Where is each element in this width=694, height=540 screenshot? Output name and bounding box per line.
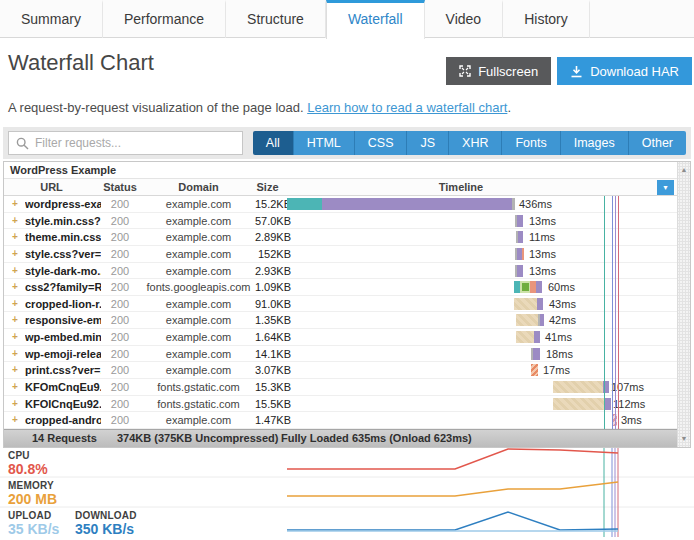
request-rows: +wordpress-exa...200example.com15.2KB436… <box>4 196 690 429</box>
column-status[interactable]: Status <box>99 179 141 195</box>
request-duration-label: 42ms <box>549 314 576 326</box>
tab-structure[interactable]: Structure <box>226 0 326 38</box>
request-timeline: 42ms <box>287 312 679 328</box>
expand-icon[interactable]: + <box>12 215 18 227</box>
request-timeline: 13ms <box>287 213 679 229</box>
request-row[interactable]: +wp-embed.min...200example.com1.64KB41ms <box>4 329 690 346</box>
expand-icon[interactable]: + <box>12 231 18 243</box>
filter-css-button[interactable]: CSS <box>355 131 408 155</box>
expand-icon[interactable]: + <box>12 331 18 343</box>
request-status: 200 <box>99 364 141 376</box>
expand-icon[interactable]: + <box>12 414 18 426</box>
request-row[interactable]: +KFOmCnqEu9...200fonts.gstatic.com15.3KB… <box>4 379 690 396</box>
expand-icon[interactable]: + <box>12 281 18 293</box>
request-url: style-dark-mo... <box>25 265 101 277</box>
column-size[interactable]: Size <box>244 179 291 195</box>
request-size: 15.3KB <box>226 381 291 393</box>
request-duration-label: 11ms <box>529 231 555 243</box>
filter-searchbox <box>8 131 243 155</box>
request-row[interactable]: +style-dark-mo...200example.com2.93KB13m… <box>4 263 690 280</box>
waterfall-column-header: URL Status Domain Size Timeline ▼ <box>4 179 690 196</box>
timeline-options-dropdown[interactable]: ▼ <box>657 180 674 195</box>
vertical-scrollbar[interactable]: ▲ ▼ <box>677 162 690 447</box>
waterfall-help-link[interactable]: Learn how to read a waterfall chart <box>307 100 507 115</box>
description-text: A request-by-request visualization of th… <box>8 100 304 115</box>
request-duration-label: 18ms <box>546 348 573 360</box>
expand-icon[interactable]: + <box>12 364 18 376</box>
request-row[interactable]: +style.min.css?...200example.com57.0KB13… <box>4 213 690 230</box>
scroll-down-icon[interactable]: ▼ <box>678 432 690 445</box>
timing-segment <box>517 265 523 277</box>
tab-history[interactable]: History <box>503 0 590 38</box>
request-duration-label: 436ms <box>519 198 552 210</box>
request-row[interactable]: +cropped-andro...200example.com1.47KB3ms <box>4 412 690 429</box>
timing-segment <box>540 314 544 326</box>
request-row[interactable]: +print.css?ver=...200example.com3.07KB17… <box>4 362 690 379</box>
graph-line-cpu <box>287 449 618 469</box>
request-timeline: 436ms <box>287 196 679 212</box>
timing-segment <box>537 298 543 310</box>
description-period: . <box>507 100 511 115</box>
request-timeline: 43ms <box>287 296 679 312</box>
request-status: 200 <box>99 314 141 326</box>
timing-segment <box>533 348 540 360</box>
report-tabbar: Summary Performance Structure Waterfall … <box>0 0 694 38</box>
filter-xhr-button[interactable]: XHR <box>449 131 502 155</box>
timing-segment <box>553 398 605 410</box>
request-url: KFOlCnqEu92... <box>25 398 101 410</box>
request-row[interactable]: +cropped-lion-r...200example.com91.0KB43… <box>4 296 690 313</box>
tab-waterfall[interactable]: Waterfall <box>326 0 425 39</box>
expand-icon[interactable]: + <box>12 348 18 360</box>
filter-images-button[interactable]: Images <box>561 131 629 155</box>
tab-video[interactable]: Video <box>425 0 504 38</box>
expand-icon[interactable]: + <box>12 248 18 260</box>
timing-segment <box>522 248 524 260</box>
filter-html-button[interactable]: HTML <box>294 131 355 155</box>
request-url: print.css?ver=... <box>25 364 101 376</box>
download-value: 350 KB/s <box>75 521 134 537</box>
request-size: 3.07KB <box>226 364 291 376</box>
expand-icon[interactable]: + <box>12 265 18 277</box>
request-status: 200 <box>99 231 141 243</box>
filter-toolbar: All HTML CSS JS XHR Fonts Images Other <box>3 127 691 159</box>
request-status: 200 <box>99 381 141 393</box>
request-size: 1.09KB <box>226 281 291 293</box>
request-timeline: 3ms <box>287 412 679 428</box>
request-row[interactable]: +css2?family=R...200fonts.googleapis.com… <box>4 279 690 296</box>
page-section-title: WordPress Example <box>4 162 690 179</box>
request-row[interactable]: +theme.min.css...200example.com2.89KB11m… <box>4 229 690 246</box>
scroll-up-icon[interactable]: ▲ <box>678 163 690 176</box>
filter-js-button[interactable]: JS <box>407 131 449 155</box>
expand-icon[interactable]: + <box>12 314 18 326</box>
request-status: 200 <box>99 298 141 310</box>
filter-all-button[interactable]: All <box>253 131 294 155</box>
request-row[interactable]: +KFOlCnqEu92...200fonts.gstatic.com15.5K… <box>4 396 690 413</box>
expand-icon[interactable]: + <box>12 398 18 410</box>
request-row[interactable]: +style.css?ver=...200example.com152KB13m… <box>4 246 690 263</box>
request-row[interactable]: +wordpress-exa...200example.com15.2KB436… <box>4 196 690 213</box>
filter-fonts-button[interactable]: Fonts <box>502 131 560 155</box>
expand-icon[interactable]: + <box>12 298 18 310</box>
expand-icon[interactable]: + <box>12 198 18 210</box>
request-status: 200 <box>99 281 141 293</box>
memory-value: 200 MB <box>8 491 57 507</box>
filter-other-button[interactable]: Other <box>629 131 686 155</box>
fullscreen-button[interactable]: Fullscreen <box>446 57 551 85</box>
expand-icon[interactable]: + <box>12 381 18 393</box>
upload-value: 35 KB/s <box>8 521 59 537</box>
filter-requests-input[interactable] <box>9 132 242 154</box>
column-domain[interactable]: Domain <box>141 179 256 195</box>
download-icon <box>570 65 583 78</box>
tab-summary[interactable]: Summary <box>0 0 103 38</box>
request-size: 152KB <box>226 248 291 260</box>
column-url[interactable]: URL <box>4 179 99 195</box>
request-row[interactable]: +wp-emoji-relea...200example.com14.1KB18… <box>4 346 690 363</box>
timing-segment <box>605 398 611 410</box>
request-row[interactable]: +responsive-em...200example.com1.35KB42m… <box>4 312 690 329</box>
request-status: 200 <box>99 331 141 343</box>
request-timeline: 112ms <box>287 396 679 412</box>
request-duration-label: 60ms <box>548 281 575 293</box>
tab-performance[interactable]: Performance <box>103 0 226 38</box>
request-url: responsive-em... <box>25 314 101 326</box>
download-har-button[interactable]: Download HAR <box>557 57 692 85</box>
